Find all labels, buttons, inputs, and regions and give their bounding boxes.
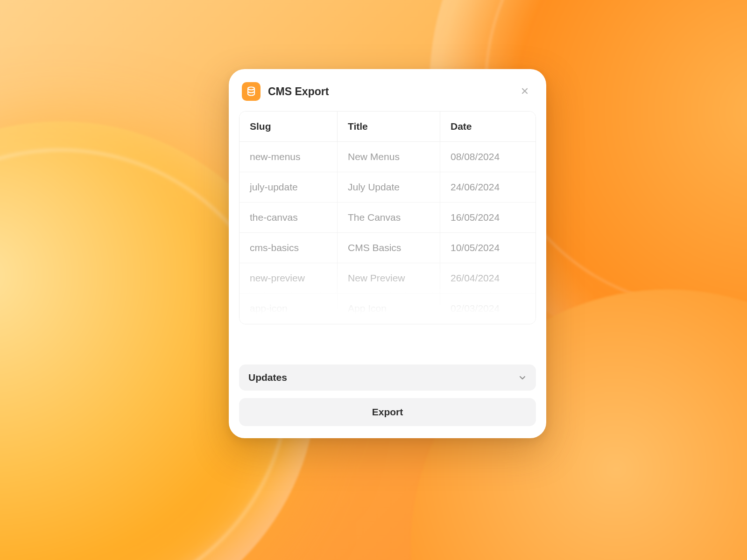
cell-title: App Icon <box>338 294 440 324</box>
table-row[interactable]: new-menus New Menus 08/08/2024 <box>240 142 536 172</box>
table-row[interactable]: cms-basics CMS Basics 10/05/2024 <box>240 233 536 263</box>
table-header-row: Slug Title Date <box>240 112 536 142</box>
collection-select[interactable]: Updates <box>239 364 536 391</box>
cell-date: 24/06/2024 <box>440 172 536 203</box>
column-header-slug[interactable]: Slug <box>240 112 338 142</box>
cell-slug: app-icon <box>240 294 338 324</box>
cell-title: CMS Basics <box>338 233 440 263</box>
svg-point-0 <box>248 87 254 90</box>
close-button[interactable] <box>516 83 533 100</box>
cell-slug: new-menus <box>240 142 338 172</box>
modal-header: CMS Export <box>239 79 536 111</box>
cell-date: 10/05/2024 <box>440 233 536 263</box>
cell-slug: july-update <box>240 172 338 203</box>
cell-date: 08/08/2024 <box>440 142 536 172</box>
column-header-title[interactable]: Title <box>338 112 440 142</box>
column-header-date[interactable]: Date <box>440 112 536 142</box>
table-row[interactable]: app-icon App Icon 02/03/2024 <box>240 294 536 324</box>
cell-slug: cms-basics <box>240 233 338 263</box>
cell-date: 02/03/2024 <box>440 294 536 324</box>
close-icon <box>521 86 529 97</box>
table-row[interactable]: the-canvas The Canvas 16/05/2024 <box>240 203 536 233</box>
cell-title: New Menus <box>338 142 440 172</box>
table-row[interactable]: new-preview New Preview 26/04/2024 <box>240 263 536 294</box>
cell-title: July Update <box>338 172 440 203</box>
export-button[interactable]: Export <box>239 398 536 426</box>
table-row[interactable]: july-update July Update 24/06/2024 <box>240 172 536 203</box>
cell-slug: the-canvas <box>240 203 338 233</box>
chevron-down-icon <box>518 373 527 382</box>
modal-footer: Updates Export <box>239 364 536 426</box>
database-icon <box>242 82 261 101</box>
export-table: Slug Title Date new-menus New Menus 08/0… <box>239 111 536 324</box>
cell-title: New Preview <box>338 263 440 294</box>
cell-date: 26/04/2024 <box>440 263 536 294</box>
cell-title: The Canvas <box>338 203 440 233</box>
modal-title: CMS Export <box>268 85 509 98</box>
select-value: Updates <box>248 372 287 383</box>
cms-export-modal: CMS Export Slug Title Date new-menus New… <box>229 69 546 438</box>
cell-slug: new-preview <box>240 263 338 294</box>
cell-date: 16/05/2024 <box>440 203 536 233</box>
